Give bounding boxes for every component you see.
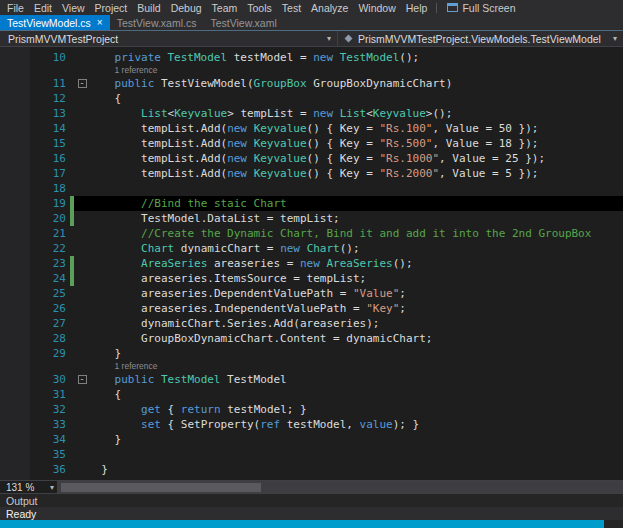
code-line-32[interactable]: 32get { return testModel; } (0, 402, 623, 417)
code-text: } (88, 346, 121, 361)
code-text: } (88, 462, 108, 477)
fold-margin (76, 447, 88, 462)
fold-margin (76, 106, 88, 121)
fold-margin[interactable]: - (76, 372, 88, 387)
code-text: get { return testModel; } (88, 402, 307, 417)
code-text: tempList.Add(new Keyvalue() { Key = "Rs.… (88, 136, 538, 151)
zoom-level: 131 % (6, 482, 34, 493)
code-line-27[interactable]: 27dynamicChart.Series.Add(areaseries); (0, 316, 623, 331)
editor-bottom-bar: 131 % ▾ (0, 480, 623, 493)
codelens-label[interactable]: 1 reference (70, 361, 158, 372)
code-editor[interactable]: 10private TestModel testModel = new Test… (0, 47, 623, 480)
full-screen-button[interactable]: Full Screen (441, 2, 521, 14)
menu-test[interactable]: Test (277, 2, 306, 14)
code-line-20[interactable]: 20TestModel.DataList = tempList; (0, 211, 623, 226)
fold-margin[interactable]: - (76, 76, 88, 91)
code-line-25[interactable]: 25areaseries.DependentValuePath = "Value… (0, 286, 623, 301)
fold-margin (76, 301, 88, 316)
menu-help[interactable]: Help (401, 2, 433, 14)
code-text: { (88, 91, 121, 106)
code-line-36[interactable]: 36} (0, 462, 623, 477)
line-number: 23 (0, 256, 70, 271)
line-number: 18 (0, 181, 70, 196)
code-line-28[interactable]: 28GroupBoxDynamicChart.Content = dynamic… (0, 331, 623, 346)
line-number: 33 (0, 417, 70, 432)
code-line-29[interactable]: 29} (0, 346, 623, 361)
fold-margin (76, 432, 88, 447)
menu-build[interactable]: Build (132, 2, 165, 14)
code-line-21[interactable]: 21//Create the Dynamic Chart, Bind it an… (0, 226, 623, 241)
code-line-23[interactable]: 23AreaSeries areaseries = new AreaSeries… (0, 256, 623, 271)
fold-margin (76, 226, 88, 241)
line-number: 11 (0, 76, 70, 91)
horizontal-scrollbar[interactable] (58, 481, 623, 493)
scrollbar-thumb[interactable] (61, 483, 261, 492)
tab-testviewmodel-cs[interactable]: TestViewModel.cs× (0, 15, 110, 30)
menu-debug[interactable]: Debug (166, 2, 207, 14)
code-line-15[interactable]: 15tempList.Add(new Keyvalue() { Key = "R… (0, 136, 623, 151)
tab-testview-xaml-cs[interactable]: TestView.xaml.cs (110, 15, 204, 30)
menu-team[interactable]: Team (207, 2, 243, 14)
class-icon (345, 35, 353, 43)
code-line-14[interactable]: 14tempList.Add(new Keyvalue() { Key = "R… (0, 121, 623, 136)
menu-window[interactable]: Window (353, 2, 400, 14)
line-number: 30 (0, 372, 70, 387)
code-line-34[interactable]: 34} (0, 432, 623, 447)
close-icon[interactable]: × (97, 18, 103, 28)
menu-project[interactable]: Project (90, 2, 133, 14)
codelens-label[interactable]: 1 reference (70, 65, 158, 76)
menu-tools[interactable]: Tools (242, 2, 277, 14)
project-dropdown[interactable]: PrismMVVMTestProject ▾ (0, 31, 338, 46)
fold-margin (76, 50, 88, 65)
fold-margin (76, 121, 88, 136)
line-number: 13 (0, 106, 70, 121)
code-line-22[interactable]: 22Chart dynamicChart = new Chart(); (0, 241, 623, 256)
code-line-16[interactable]: 16tempList.Add(new Keyvalue() { Key = "R… (0, 151, 623, 166)
change-bar-slot (70, 417, 74, 432)
code-line-30[interactable]: 30-public TestModel TestModel (0, 372, 623, 387)
fold-margin (76, 211, 88, 226)
code-line-35[interactable]: 35 (0, 447, 623, 462)
status-text: Ready (6, 508, 36, 520)
code-text: public TestModel TestModel (88, 372, 287, 387)
chevron-down-icon: ▾ (610, 34, 620, 43)
code-line-17[interactable]: 17tempList.Add(new Keyvalue() { Key = "R… (0, 166, 623, 181)
line-number: 20 (0, 211, 70, 226)
code-line-26[interactable]: 26areaseries.IndependentValuePath = "Key… (0, 301, 623, 316)
tab-testview-xaml[interactable]: TestView.xaml (203, 15, 283, 30)
code-line-24[interactable]: 24areaseries.ItemsSource = tempList; (0, 271, 623, 286)
change-bar-slot (70, 387, 74, 402)
code-line-19[interactable]: 19//Bind the staic Chart (0, 196, 623, 211)
menu-analyze[interactable]: Analyze (306, 2, 353, 14)
codelens-references[interactable]: 1 reference (0, 361, 623, 372)
line-number: 15 (0, 136, 70, 151)
output-panel-tab[interactable]: Output (0, 493, 623, 507)
code-line-13[interactable]: 13List<Keyvalue> tempList = new List<Key… (0, 106, 623, 121)
zoom-control[interactable]: 131 % ▾ (0, 481, 58, 493)
menu-view[interactable]: View (57, 2, 90, 14)
change-bar-slot (70, 151, 74, 166)
project-dropdown-label: PrismMVVMTestProject (8, 33, 324, 45)
fold-margin (76, 91, 88, 106)
code-line-12[interactable]: 12{ (0, 91, 623, 106)
menu-file[interactable]: File (2, 2, 29, 14)
fold-margin (76, 181, 88, 196)
code-line-10[interactable]: 10private TestModel testModel = new Test… (0, 50, 623, 65)
collapse-icon[interactable]: - (78, 79, 87, 88)
code-line-33[interactable]: 33set { SetProperty(ref testModel, value… (0, 417, 623, 432)
fold-margin (76, 387, 88, 402)
tab-label: TestView.xaml.cs (117, 17, 197, 29)
fold-margin (76, 346, 88, 361)
line-number: 32 (0, 402, 70, 417)
member-dropdown[interactable]: PrismMVVMTestProject.ViewModels.TestView… (338, 31, 623, 46)
code-line-31[interactable]: 31{ (0, 387, 623, 402)
line-number: 21 (0, 226, 70, 241)
codelens-references[interactable]: 1 reference (0, 65, 623, 76)
collapse-icon[interactable]: - (78, 375, 87, 384)
code-line-18[interactable]: 18 (0, 181, 623, 196)
code-line-11[interactable]: 11-public TestViewModel(GroupBox GroupBo… (0, 76, 623, 91)
change-tracking-bar (70, 271, 74, 286)
code-text: set { SetProperty(ref testModel, value);… (88, 417, 419, 432)
menu-edit[interactable]: Edit (29, 2, 57, 14)
line-number: 14 (0, 121, 70, 136)
